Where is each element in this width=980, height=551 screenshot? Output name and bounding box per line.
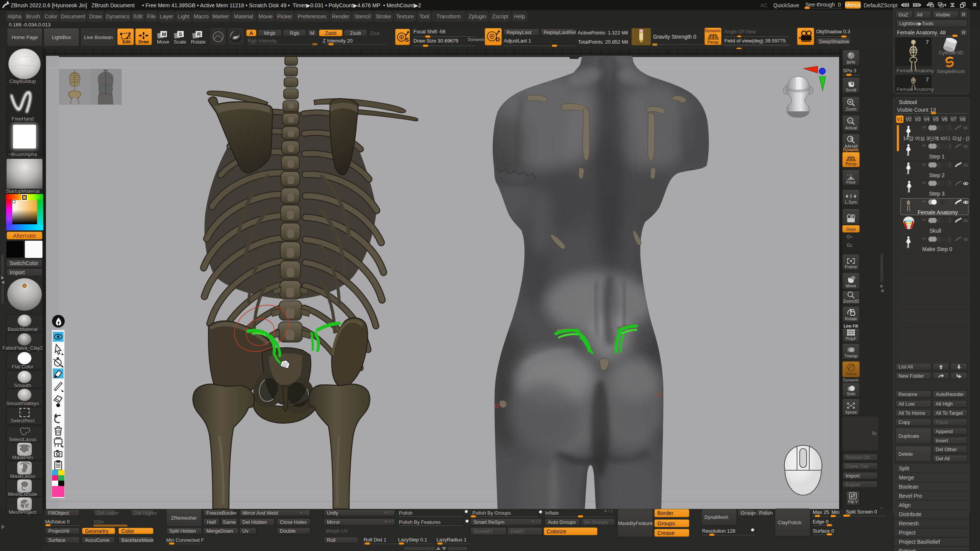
svg-text:Edit: Edit — [122, 39, 131, 44]
svg-text:Scale: Scale — [174, 39, 186, 45]
svg-text:!: ! — [850, 194, 851, 196]
svg-text:M: M — [162, 31, 166, 37]
svg-text:S: S — [179, 31, 182, 37]
svg-text:x1: x1 — [849, 119, 852, 122]
svg-text:Rotate: Rotate — [191, 39, 206, 45]
svg-text:R: R — [197, 31, 201, 37]
svg-text:D: D — [496, 36, 500, 42]
svg-text:S: S — [405, 36, 409, 43]
svg-text:x y z: x y z — [847, 173, 853, 176]
svg-text:Move: Move — [157, 39, 169, 45]
svg-text:Draw: Draw — [139, 39, 149, 44]
